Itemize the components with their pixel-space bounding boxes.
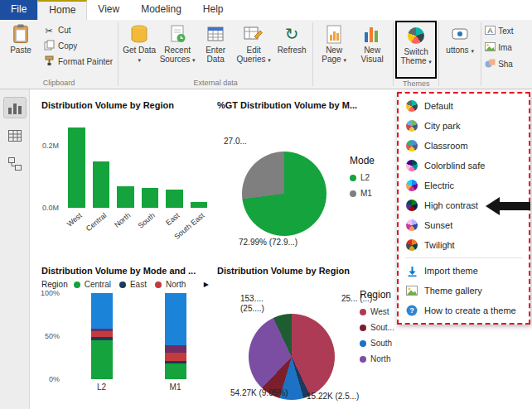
- external-data-group-label: External data: [120, 78, 311, 89]
- theme-pie-icon: [406, 100, 418, 112]
- legend-item-m1[interactable]: M1: [350, 189, 375, 198]
- format-painter-button[interactable]: Format Painter: [41, 55, 114, 69]
- legend-dot: [360, 340, 366, 347]
- image-icon: [485, 42, 496, 53]
- tab-help[interactable]: Help: [192, 0, 235, 20]
- theme-menu-item-default[interactable]: Default: [399, 96, 529, 116]
- theme-menu-item-electric[interactable]: Electric: [399, 176, 529, 195]
- paste-icon: [12, 22, 30, 46]
- text-box-button[interactable]: A Text: [485, 25, 523, 37]
- bar-south[interactable]: [142, 188, 159, 208]
- legend-item-east[interactable]: East: [119, 280, 147, 289]
- report-view-button[interactable]: [4, 98, 26, 118]
- menu-item-how-to-create-a-theme[interactable]: ? How to create a theme: [399, 301, 529, 320]
- bar-south-east[interactable]: [191, 202, 208, 208]
- dropdown-caret-icon: ▾: [343, 57, 346, 63]
- legend-title: Mode: [350, 155, 375, 166]
- cut-button[interactable]: ✂ Cut: [41, 23, 114, 37]
- copy-label: Copy: [58, 41, 77, 51]
- legend-item-central[interactable]: Central: [74, 280, 111, 289]
- enter-data-button[interactable]: Enter Data: [196, 21, 235, 75]
- bar-column: [166, 115, 183, 208]
- legend-dot: [119, 281, 126, 288]
- y-axis-label: 100%: [41, 289, 60, 297]
- bar-central[interactable]: [93, 161, 110, 208]
- pie-chart-distribution-volume-by-region[interactable]: Distribution Volume by Region 153.... (2…: [214, 262, 406, 409]
- dropdown-caret-icon: ▾: [428, 59, 432, 65]
- x-axis-label: North: [117, 208, 134, 251]
- stacked-bar-l2[interactable]: [91, 293, 113, 379]
- pie-chart-distribution-volume-by-mode[interactable]: %GT Distribution Volume by M... 27.0... …: [214, 96, 399, 260]
- pie-data-label: 72.99% (72.9...): [239, 238, 297, 248]
- pie[interactable]: [242, 152, 326, 236]
- theme-menu-item-sunset[interactable]: Sunset: [399, 215, 529, 235]
- bar-chart-distribution-volume-by-region[interactable]: Distribution Volume by Region 0.2M0.0M W…: [38, 96, 212, 260]
- new-page-button[interactable]: New Page ▾: [315, 21, 353, 75]
- bar-column: [191, 115, 208, 208]
- get-data-label: Get Data: [123, 46, 156, 55]
- legend-item-west[interactable]: West: [360, 307, 394, 316]
- legend-item-north[interactable]: North: [360, 354, 394, 363]
- dropdown-caret-icon: ▾: [192, 57, 196, 63]
- annotation-arrow: [486, 195, 530, 217]
- theme-menu-item-classroom[interactable]: Classroom: [399, 136, 529, 156]
- y-axis-label: 0.0M: [42, 204, 59, 212]
- bar-north[interactable]: [117, 186, 134, 208]
- cut-label: Cut: [58, 26, 71, 35]
- theme-menu-item-twilight[interactable]: Twilight: [399, 235, 529, 255]
- buttons-button[interactable]: uttons ▾: [441, 21, 479, 75]
- tab-home[interactable]: Home: [37, 0, 87, 20]
- legend-scroll-right-icon[interactable]: ▶: [204, 281, 209, 288]
- image-button[interactable]: Ima: [485, 41, 523, 54]
- buttons-icon: [452, 22, 468, 46]
- shapes-button[interactable]: Sha: [485, 58, 523, 70]
- paste-button[interactable]: Paste: [2, 21, 40, 75]
- tab-modeling[interactable]: Modeling: [130, 0, 192, 20]
- insert-elements-group: A Text Ima Sha: [481, 20, 525, 89]
- legend-item-sout[interactable]: Sout...: [360, 323, 394, 332]
- theme-menu-item-city-park[interactable]: City park: [399, 116, 529, 136]
- switch-theme-button[interactable]: Switch Theme ▾: [397, 22, 435, 77]
- model-view-button[interactable]: [4, 154, 26, 174]
- pie[interactable]: [249, 314, 335, 400]
- theme-pie-icon: [406, 140, 418, 152]
- edit-queries-button[interactable]: Edit Queries ▾: [235, 21, 273, 75]
- pie-data-label: 15.22K (2.5...): [307, 392, 359, 402]
- new-page-icon: [325, 22, 343, 46]
- stacked-bar-chart-distribution-volume-by-mode[interactable]: Distribution Volume by Mode and ... Regi…: [38, 262, 212, 409]
- menu-item-label: Theme gallery: [424, 286, 482, 296]
- edit-queries-icon: [244, 22, 264, 46]
- new-visual-label: New Visual: [361, 46, 384, 64]
- theme-menu-item-colorblind-safe[interactable]: Colorblind safe: [399, 156, 529, 176]
- chart-title: %GT Distribution Volume by M...: [214, 96, 399, 112]
- format-painter-label: Format Painter: [58, 57, 113, 66]
- bar-west[interactable]: [68, 128, 85, 208]
- x-axis: L2M1: [38, 379, 212, 392]
- menu-item-theme-gallery[interactable]: Theme gallery: [399, 281, 529, 301]
- dropdown-caret-icon: ▾: [471, 48, 474, 54]
- stacked-bar-m1[interactable]: [165, 293, 186, 379]
- legend-item-south[interactable]: South: [360, 339, 394, 348]
- get-data-button[interactable]: Get Data ▾: [120, 21, 158, 75]
- tab-file[interactable]: File: [0, 0, 37, 20]
- switch-theme-icon: [408, 24, 424, 47]
- data-view-button[interactable]: [4, 126, 26, 146]
- plot-area: [63, 115, 212, 208]
- legend-dot: [74, 281, 80, 288]
- refresh-button[interactable]: ↻ Refresh: [273, 21, 311, 75]
- legend-item-l2[interactable]: L2: [350, 173, 375, 182]
- buttons-group-label: [441, 86, 479, 89]
- new-visual-button[interactable]: New Visual: [353, 21, 391, 75]
- copy-button[interactable]: Copy: [41, 39, 114, 53]
- menu-item-import-theme[interactable]: Import theme: [399, 261, 529, 281]
- menu-item-label: How to create a theme: [424, 306, 516, 315]
- x-axis-label: South East: [191, 208, 208, 251]
- pie-data-label: 27.0...: [224, 137, 247, 147]
- theme-pie-icon: [406, 239, 418, 251]
- recent-sources-button[interactable]: Recent Sources ▾: [158, 21, 196, 75]
- legend: Mode L2M1: [350, 155, 375, 204]
- tab-view[interactable]: View: [87, 0, 130, 20]
- clipboard-group-label: Clipboard: [2, 78, 116, 89]
- bar-east[interactable]: [166, 190, 183, 208]
- legend-item-north[interactable]: North: [155, 280, 186, 289]
